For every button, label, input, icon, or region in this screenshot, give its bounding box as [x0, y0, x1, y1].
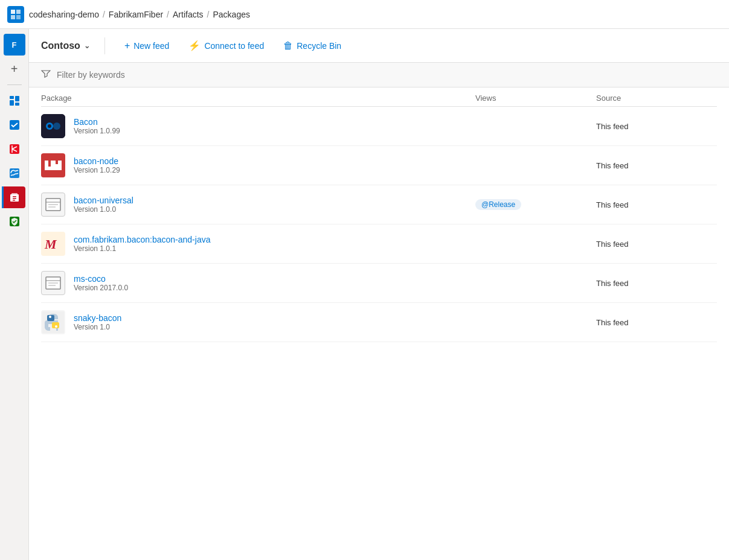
- sidebar-item-repos[interactable]: [4, 138, 25, 160]
- main-layout: F +: [0, 29, 729, 560]
- views-cell: @Release: [475, 199, 596, 210]
- recycle-bin-label: Recycle Bin: [297, 41, 341, 51]
- app-logo[interactable]: [7, 6, 24, 23]
- package-cell: bacon-node Version 1.0.29: [41, 153, 475, 177]
- package-icon-box: [41, 192, 65, 217]
- feed-selector[interactable]: Contoso ⌄: [41, 40, 90, 51]
- svg-rect-14: [13, 198, 16, 199]
- package-icon-box2: [41, 271, 65, 295]
- svg-rect-1: [16, 10, 21, 14]
- chevron-down-icon: ⌄: [84, 42, 90, 50]
- package-version: Version 2017.0.0: [74, 284, 128, 292]
- recycle-bin-icon: 🗑: [283, 40, 293, 51]
- svg-point-41: [55, 325, 57, 328]
- svg-point-19: [48, 124, 51, 128]
- table-row[interactable]: snaky-bacon Version 1.0 This feed: [41, 303, 717, 342]
- package-name: snaky-bacon: [74, 313, 121, 323]
- feed-name: Contoso: [41, 40, 80, 51]
- connect-feed-label: Connect to feed: [204, 41, 264, 51]
- source-cell: This feed: [596, 240, 717, 249]
- table-row[interactable]: ms-coco Version 2017.0.0 This feed: [41, 264, 717, 303]
- package-cell: snaky-bacon Version 1.0: [41, 310, 475, 334]
- package-cell: bacon-universal Version 1.0.0: [41, 192, 475, 217]
- breadcrumb-org[interactable]: codesharing-demo: [29, 10, 99, 19]
- sidebar-divider-1: [7, 84, 22, 85]
- package-name: com.fabrikam.bacon:bacon-and-java: [74, 235, 210, 244]
- breadcrumb-packages[interactable]: Packages: [213, 10, 249, 19]
- svg-rect-0: [11, 10, 15, 14]
- svg-rect-12: [11, 193, 18, 196]
- breadcrumb-artifacts[interactable]: Artifacts: [173, 10, 204, 19]
- breadcrumb: codesharing-demo / FabrikamFiber / Artif…: [29, 10, 250, 19]
- new-feed-button[interactable]: + New feed: [120, 38, 175, 54]
- svg-rect-4: [10, 96, 14, 99]
- recycle-bin-button[interactable]: 🗑 Recycle Bin: [278, 38, 346, 54]
- svg-rect-9: [10, 144, 19, 154]
- col-header-package: Package: [41, 94, 475, 103]
- svg-rect-6: [15, 96, 19, 101]
- content-area: Contoso ⌄ + New feed ⚡ Connect to feed 🗑…: [29, 29, 729, 560]
- package-name: Bacon: [74, 117, 120, 127]
- source-cell: This feed: [596, 161, 717, 170]
- svg-text:M: M: [44, 237, 57, 252]
- sidebar-item-tasks[interactable]: [4, 114, 25, 136]
- svg-rect-22: [45, 161, 62, 170]
- source-cell: This feed: [596, 200, 717, 209]
- package-name: bacon-universal: [74, 196, 133, 205]
- svg-rect-13: [13, 196, 16, 197]
- connect-icon: ⚡: [188, 40, 201, 51]
- svg-rect-15: [13, 200, 15, 201]
- svg-rect-24: [56, 161, 58, 164]
- toolbar: Contoso ⌄ + New feed ⚡ Connect to feed 🗑…: [29, 29, 729, 63]
- source-cell: This feed: [596, 318, 717, 327]
- svg-rect-2: [11, 15, 15, 19]
- package-name: bacon-node: [74, 156, 120, 166]
- table-row[interactable]: M com.fabrikam.bacon:bacon-and-java Vers…: [41, 224, 717, 264]
- top-nav: codesharing-demo / FabrikamFiber / Artif…: [0, 0, 729, 29]
- package-icon-npm: [41, 153, 65, 177]
- package-cell: ms-coco Version 2017.0.0: [41, 271, 475, 295]
- svg-rect-5: [10, 100, 14, 106]
- package-version: Version 1.0.1: [74, 244, 210, 253]
- svg-rect-3: [16, 15, 21, 19]
- col-header-source: Source: [596, 94, 717, 103]
- package-version: Version 1.0.29: [74, 166, 120, 174]
- svg-point-20: [53, 122, 60, 130]
- source-cell: This feed: [596, 279, 717, 288]
- release-badge: @Release: [475, 199, 521, 210]
- package-icon-bacon: [41, 114, 65, 138]
- package-version: Version 1.0: [74, 323, 121, 331]
- table-row[interactable]: bacon-universal Version 1.0.0 @Release T…: [41, 185, 717, 224]
- plus-icon: +: [124, 40, 130, 51]
- package-cell: Bacon Version 1.0.99: [41, 114, 475, 138]
- col-header-views: Views: [475, 94, 596, 103]
- sidebar-add-button[interactable]: +: [4, 58, 25, 80]
- sidebar-item-pipelines[interactable]: [4, 162, 25, 184]
- package-name: ms-coco: [74, 274, 128, 284]
- package-cell: M com.fabrikam.bacon:bacon-and-java Vers…: [41, 232, 475, 256]
- sidebar-item-security[interactable]: [4, 211, 25, 232]
- packages-table: Package Views Source B: [29, 88, 729, 560]
- sidebar-item-boards[interactable]: [4, 90, 25, 112]
- sidebar-avatar[interactable]: F: [4, 34, 25, 56]
- package-icon-maven: M: [41, 232, 65, 256]
- svg-rect-7: [15, 103, 19, 106]
- table-row[interactable]: bacon-node Version 1.0.29 This feed: [41, 146, 717, 185]
- toolbar-divider: [104, 37, 105, 54]
- sidebar: F +: [0, 29, 29, 560]
- package-icon-python: [41, 310, 65, 334]
- filter-bar: [29, 63, 729, 88]
- svg-point-40: [49, 316, 51, 318]
- new-feed-label: New feed: [133, 41, 169, 51]
- filter-icon: [41, 69, 51, 81]
- connect-feed-button[interactable]: ⚡ Connect to feed: [184, 37, 269, 54]
- svg-rect-23: [48, 161, 51, 167]
- breadcrumb-project[interactable]: FabrikamFiber: [109, 10, 163, 19]
- filter-input[interactable]: [57, 70, 717, 80]
- source-cell: This feed: [596, 122, 717, 131]
- table-row[interactable]: Bacon Version 1.0.99 This feed: [41, 107, 717, 146]
- table-header: Package Views Source: [41, 88, 717, 107]
- package-version: Version 1.0.99: [74, 127, 120, 135]
- sidebar-item-artifacts[interactable]: [2, 186, 25, 208]
- package-version: Version 1.0.0: [74, 205, 133, 214]
